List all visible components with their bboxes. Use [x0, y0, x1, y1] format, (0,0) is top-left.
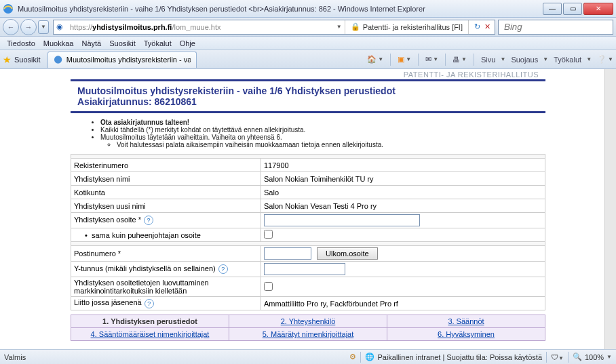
- tab-favicon-icon: [54, 55, 62, 64]
- site-identity[interactable]: Patentti- ja rekisterihallitus [FI]: [363, 23, 463, 31]
- favorites-row: ★ Suosikit Muutosilmoitus yhdistysrekist…: [0, 50, 616, 69]
- help-menu[interactable]: ❔▼: [597, 55, 613, 64]
- home-button[interactable]: 🏠▼: [367, 55, 383, 64]
- menu-favorites[interactable]: Suosikit: [105, 38, 140, 49]
- svg-point-1: [54, 56, 61, 63]
- lock-icon: 🔒: [351, 22, 360, 31]
- refresh-button[interactable]: ↻: [474, 22, 480, 31]
- address-dropdown-icon[interactable]: ▼: [336, 24, 342, 30]
- back-button[interactable]: ←: [3, 19, 19, 35]
- url-host: yhdistysilmoitus.prh.fi: [92, 23, 172, 31]
- menu-bar: Tiedosto Muokkaa Näytä Suosikit Työkalut…: [0, 37, 616, 50]
- window-title: Muutosilmoitus yhdistysrekisteriin - vai…: [18, 5, 543, 13]
- recent-dropdown[interactable]: ▼: [38, 20, 49, 34]
- menu-file[interactable]: Tiedosto: [3, 38, 39, 49]
- search-input[interactable]: [504, 22, 616, 32]
- mail-button[interactable]: ✉▼: [425, 55, 438, 64]
- stop-button[interactable]: ✕: [484, 22, 490, 31]
- close-button[interactable]: ✕: [583, 3, 613, 15]
- address-bar[interactable]: ◉ https://yhdistysilmoitus.prh.fi/lom_mu…: [53, 20, 495, 35]
- print-button[interactable]: 🖶▼: [453, 56, 467, 64]
- favorites-label[interactable]: Suosikit: [14, 56, 41, 64]
- maximize-button[interactable]: ▭: [563, 3, 582, 15]
- menu-edit[interactable]: Muokkaa: [39, 38, 78, 49]
- ie-icon: [3, 3, 14, 14]
- menu-tools[interactable]: Työkalut: [140, 38, 176, 49]
- page-menu[interactable]: Sivu ▼: [481, 56, 505, 64]
- favorites-star-icon[interactable]: ★: [3, 54, 12, 65]
- feeds-button[interactable]: ▣▼: [398, 55, 411, 64]
- safety-menu[interactable]: Suojaus ▼: [511, 56, 548, 64]
- menu-view[interactable]: Näytä: [77, 38, 105, 49]
- menu-help[interactable]: Ohje: [176, 38, 199, 49]
- tools-menu[interactable]: Työkalut ▼: [554, 56, 592, 64]
- search-box[interactable]: 🔍: [498, 20, 613, 35]
- nav-toolbar: ← → ▼ ◉ https://yhdistysilmoitus.prh.fi/…: [0, 18, 616, 37]
- forward-button[interactable]: →: [20, 19, 37, 35]
- browser-tab[interactable]: Muutosilmoitus yhdistysrekisteriin - va.…: [47, 52, 197, 68]
- minimize-button[interactable]: —: [543, 3, 562, 15]
- window-titlebar: Muutosilmoitus yhdistysrekisteriin - vai…: [0, 0, 616, 18]
- url-protocol: https://: [70, 23, 92, 31]
- tab-title: Muutosilmoitus yhdistysrekisteriin - va.…: [66, 56, 191, 64]
- url-path: /lom_muue.htx: [172, 23, 220, 31]
- site-favicon-icon: ◉: [56, 22, 67, 31]
